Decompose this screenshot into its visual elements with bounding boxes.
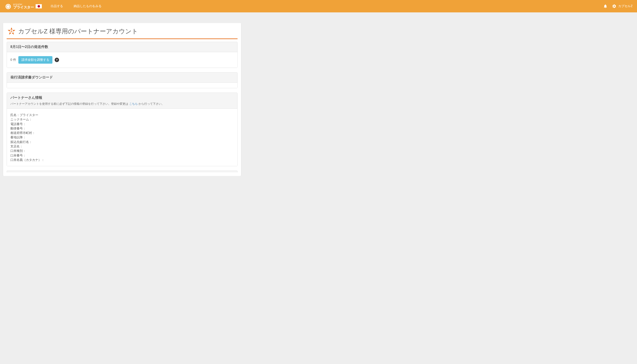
invoice-panel-heading: 発行済請求書ダウンロード (7, 72, 237, 83)
desc-after: から行って下さい。 (138, 102, 165, 106)
partner-info-heading: パートナーさん情報 パートナーアカウントを使用する前に必ず下記の情報の登録を行っ… (7, 93, 237, 109)
logo-text-main: プライスター (13, 6, 34, 9)
info-prefecture: 都道府県市町村： (11, 130, 234, 135)
navbar-right: カプセルZ (603, 4, 632, 8)
user-name: カプセルZ (618, 4, 632, 8)
info-postal: 郵便番号： (11, 126, 234, 130)
flag-circle (38, 5, 40, 8)
japan-flag-icon[interactable] (36, 4, 42, 8)
info-account-number: 口座番号： (11, 153, 234, 158)
partner-star-icon: P (7, 26, 16, 36)
invoice-download-panel: 発行済請求書ダウンロード (7, 72, 237, 88)
adjust-amount-button[interactable]: 請求金額を調整する (18, 56, 53, 64)
partner-info-description: パートナーアカウントを使用する前に必ず下記の情報の登録を行って下さい。登録や変更… (11, 102, 234, 106)
main-container: P カプセルZ 様専用のパートナーアカウント 8月1日〜2日の発送件数 0 件 … (3, 23, 241, 176)
desc-before: パートナーアカウントを使用する前に必ず下記の情報の登録を行って下さい。登録や変更… (11, 102, 129, 106)
invoice-panel-body (7, 83, 237, 88)
info-phone: 電話番号： (11, 122, 234, 126)
info-branch: 支店名： (11, 144, 234, 148)
page-title-row: P カプセルZ 様専用のパートナーアカウント (7, 26, 237, 39)
navbar: pricetar プライスター 出品する 納品したものをみる カプセルZ (0, 0, 637, 12)
gear-icon (612, 4, 616, 8)
count-unit: 件 (13, 58, 16, 62)
notification-icon[interactable] (603, 4, 607, 8)
info-name: 氏名：プライスター (11, 113, 234, 117)
partner-info-body: 氏名：プライスター ニックネーム： 電話番号： 郵便番号： 都道府県市町村： 番… (7, 109, 237, 166)
partner-info-panel: パートナーさん情報 パートナーアカウントを使用する前に必ず下記の情報の登録を行っ… (7, 92, 237, 166)
info-account-type: 口座種別： (11, 148, 234, 153)
edit-info-link[interactable]: こちら (129, 102, 138, 106)
info-account-holder: 口座名義（カタカナ）： (11, 158, 234, 162)
nav-link-listing[interactable]: 出品する (51, 4, 63, 8)
logo-text: pricetar プライスター (13, 3, 34, 9)
shipment-panel-body: 0 件 請求金額を調整する ? (7, 52, 237, 68)
info-bank: 振込先銀行名： (11, 140, 234, 144)
info-nickname: ニックネーム： (11, 117, 234, 122)
nav-links: 出品する 納品したものをみる (51, 4, 102, 8)
logo[interactable]: pricetar プライスター (5, 2, 34, 10)
pricetar-logo-icon (5, 2, 12, 10)
count-row: 0 件 請求金額を調整する ? (11, 56, 234, 64)
info-list: 氏名：プライスター ニックネーム： 電話番号： 郵便番号： 都道府県市町村： 番… (11, 113, 234, 162)
page-title: カプセルZ 様専用のパートナーアカウント (18, 27, 138, 36)
svg-text:P: P (11, 30, 13, 33)
help-icon[interactable]: ? (55, 58, 59, 62)
nav-link-shipped[interactable]: 納品したものをみる (74, 4, 102, 8)
count-text: 0 件 (11, 58, 16, 62)
next-panel-top (7, 170, 237, 172)
count-value: 0 (11, 58, 12, 62)
user-menu[interactable]: カプセルZ (612, 4, 632, 8)
info-address: 番地以降： (11, 135, 234, 140)
svg-point-2 (7, 5, 10, 8)
partner-info-heading-text: パートナーさん情報 (11, 96, 42, 100)
shipment-panel-heading: 8月1日〜2日の発送件数 (7, 42, 237, 52)
shipment-count-panel: 8月1日〜2日の発送件数 0 件 請求金額を調整する ? (7, 42, 237, 68)
navbar-left: pricetar プライスター 出品する 納品したものをみる (5, 2, 102, 10)
